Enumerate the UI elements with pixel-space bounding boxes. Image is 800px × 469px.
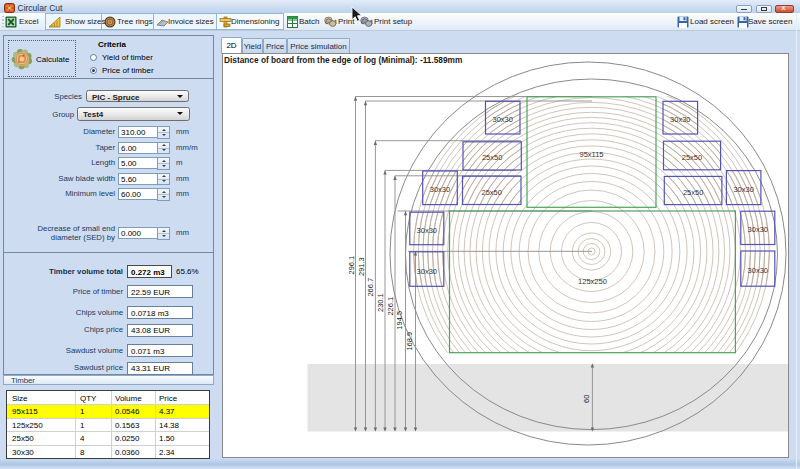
svg-text:30x30: 30x30 (748, 225, 768, 234)
svg-text:30x30: 30x30 (748, 266, 768, 275)
svg-text:30x30: 30x30 (430, 185, 450, 194)
svg-text:266.7: 266.7 (366, 278, 375, 297)
svg-text:30x30: 30x30 (417, 226, 437, 235)
svg-text:25x50: 25x50 (481, 188, 501, 197)
svg-text:230.1: 230.1 (376, 293, 385, 312)
svg-text:Distance of board from the edg: Distance of board from the edge of log (… (224, 55, 462, 65)
svg-text:296.1: 296.1 (347, 256, 356, 275)
svg-text:30x30: 30x30 (492, 115, 512, 124)
svg-text:291.3: 291.3 (357, 257, 366, 276)
svg-text:30x30: 30x30 (670, 115, 690, 124)
svg-text:95x115: 95x115 (579, 150, 603, 159)
svg-text:25x50: 25x50 (683, 188, 703, 197)
svg-text:30x30: 30x30 (417, 267, 437, 276)
svg-text:60: 60 (582, 395, 591, 403)
svg-text:168.9: 168.9 (405, 332, 414, 351)
svg-text:25x50: 25x50 (482, 153, 502, 162)
svg-text:25x50: 25x50 (682, 153, 702, 162)
svg-text:30x30: 30x30 (733, 185, 753, 194)
svg-text:226.1: 226.1 (386, 297, 395, 316)
svg-text:125x250: 125x250 (578, 277, 607, 286)
svg-text:194.5: 194.5 (395, 311, 404, 330)
